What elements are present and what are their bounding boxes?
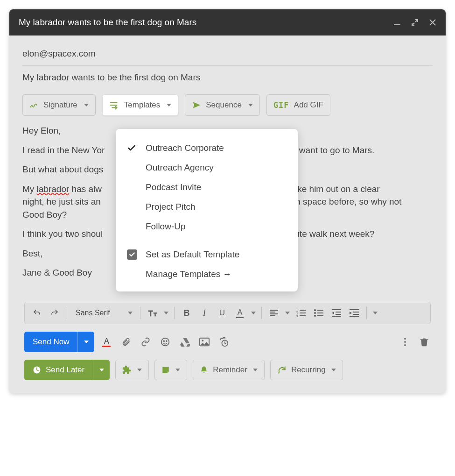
svg-rect-0 — [394, 24, 400, 25]
add-gif-button[interactable]: GIF Add GIF — [266, 94, 330, 116]
text-color-caret[interactable] — [249, 305, 258, 321]
recurring-icon — [277, 365, 287, 375]
chevron-down-icon — [253, 369, 258, 371]
numbered-list-button[interactable]: 123 — [293, 305, 309, 321]
template-option-project-pitch[interactable]: Project Pitch — [116, 197, 298, 217]
text-color-button[interactable]: A — [231, 305, 248, 321]
template-option-outreach-corporate[interactable]: Outreach Corporate — [116, 138, 298, 158]
signature-label: Signature — [43, 100, 77, 110]
font-size-caret[interactable] — [162, 305, 170, 321]
redo-button[interactable] — [46, 305, 63, 321]
bell-icon — [200, 365, 208, 375]
action-row: Send Now A — [22, 324, 433, 358]
svg-rect-14 — [350, 309, 359, 310]
italic-button[interactable]: I — [196, 305, 213, 321]
svg-point-5 — [314, 312, 316, 314]
send-later-label: Send Later — [46, 365, 84, 375]
notes-button[interactable] — [154, 360, 187, 380]
clock-icon — [33, 366, 41, 374]
compose-action-icons: A — [101, 336, 230, 348]
titlebar: My labrador wants to be the first dog on… — [9, 9, 446, 36]
more-formatting-caret[interactable] — [371, 305, 380, 321]
sequence-icon — [192, 100, 201, 110]
misspelled-word: labrador — [37, 184, 70, 194]
svg-rect-10 — [332, 309, 341, 310]
font-family-label: Sans Serif — [76, 309, 110, 317]
svg-point-22 — [202, 340, 204, 341]
chevron-down-icon — [128, 312, 133, 314]
svg-rect-12 — [336, 314, 341, 315]
templates-dropdown: Outreach Corporate Outreach Agency Podca… — [116, 129, 298, 291]
svg-rect-16 — [353, 314, 359, 315]
checkbox-checked-icon — [127, 249, 137, 260]
check-icon — [127, 143, 146, 153]
compose-window: My labrador wants to be the first dog on… — [9, 9, 446, 393]
drive-icon[interactable] — [179, 336, 190, 348]
svg-point-26 — [404, 344, 406, 346]
font-size-button[interactable] — [144, 305, 161, 321]
svg-point-25 — [404, 341, 406, 343]
chevron-down-icon — [248, 104, 253, 107]
svg-point-6 — [314, 315, 316, 317]
reminder-label: Reminder — [213, 365, 247, 375]
template-option-outreach-agency[interactable]: Outreach Agency — [116, 158, 298, 178]
bottom-row: Send Later Reminder — [22, 358, 433, 389]
recurring-button[interactable]: Recurring — [270, 360, 343, 380]
extension-button[interactable] — [115, 360, 149, 380]
send-later-button[interactable]: Send Later — [24, 360, 110, 380]
bold-button[interactable]: B — [178, 305, 195, 321]
svg-point-24 — [404, 338, 406, 340]
signature-icon — [29, 100, 39, 110]
template-option-label: Outreach Corporate — [146, 143, 224, 153]
minimize-icon[interactable] — [393, 19, 401, 26]
recurring-label: Recurring — [291, 365, 326, 375]
puzzle-icon — [122, 365, 132, 375]
scheduled-icon[interactable] — [218, 336, 230, 348]
link-icon[interactable] — [140, 336, 151, 348]
manage-templates[interactable]: Manage Templates → — [116, 264, 298, 284]
more-options-icon[interactable] — [404, 337, 413, 347]
add-gif-label: Add GIF — [294, 100, 323, 110]
chevron-down-icon — [331, 369, 336, 371]
template-option-label: Project Pitch — [146, 202, 196, 212]
bullet-list-button[interactable] — [310, 305, 327, 321]
set-default-template[interactable]: Set as Default Template — [116, 245, 298, 264]
send-now-button[interactable]: Send Now — [24, 332, 94, 352]
svg-rect-7 — [317, 310, 323, 311]
signature-button[interactable]: Signature — [22, 94, 96, 116]
chevron-down-icon — [167, 104, 171, 107]
attach-icon[interactable] — [120, 336, 132, 348]
align-button[interactable] — [266, 305, 282, 321]
chevron-down-icon — [84, 104, 89, 107]
emoji-icon[interactable] — [160, 336, 171, 348]
font-family-select[interactable]: Sans Serif — [71, 305, 136, 321]
template-option-follow-up[interactable]: Follow-Up — [116, 217, 298, 236]
expand-icon[interactable] — [411, 19, 419, 26]
sequence-button[interactable]: Sequence — [185, 94, 260, 116]
template-option-label: Follow-Up — [146, 221, 186, 232]
templates-button[interactable]: Templates — [102, 94, 178, 116]
subject-field[interactable]: My labrador wants to be the first dog on… — [22, 66, 433, 92]
underline-button[interactable]: U — [214, 305, 231, 321]
align-caret[interactable] — [283, 305, 292, 321]
note-icon — [161, 366, 170, 374]
indent-button[interactable] — [346, 305, 363, 321]
svg-rect-9 — [317, 315, 323, 316]
reminder-button[interactable]: Reminder — [193, 360, 265, 380]
to-field[interactable]: elon@spacex.com — [22, 44, 433, 66]
chevron-down-icon — [175, 369, 180, 371]
chevron-down-icon — [137, 369, 142, 371]
text-color-action[interactable]: A — [101, 336, 112, 348]
svg-rect-13 — [332, 316, 341, 317]
tool-button-row: Signature Templates Sequence GIF Add GIF — [22, 94, 433, 116]
close-icon[interactable] — [429, 19, 436, 26]
svg-rect-15 — [353, 312, 359, 313]
send-now-label: Send Now — [33, 337, 69, 347]
image-icon[interactable] — [199, 336, 210, 348]
send-now-dropdown[interactable] — [77, 332, 94, 352]
undo-button[interactable] — [28, 305, 45, 321]
template-option-podcast-invite[interactable]: Podcast Invite — [116, 178, 298, 197]
outdent-button[interactable] — [328, 305, 345, 321]
send-later-dropdown[interactable] — [93, 360, 110, 380]
delete-icon[interactable] — [420, 337, 431, 347]
